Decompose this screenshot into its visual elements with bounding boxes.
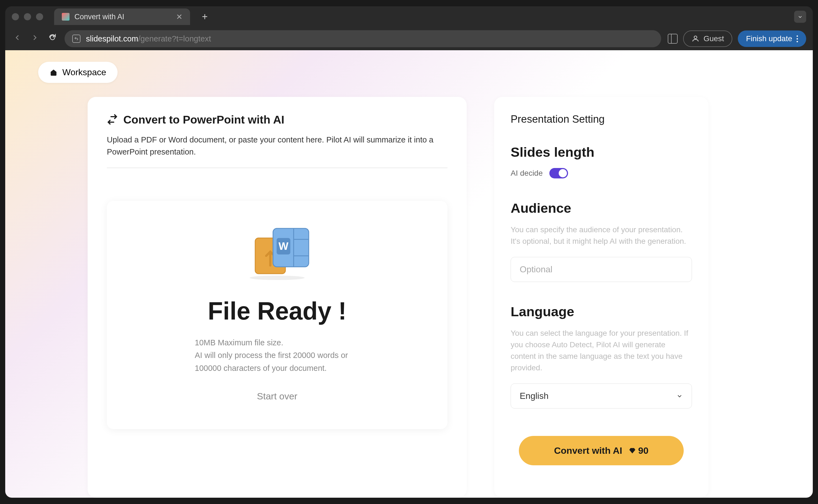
address-bar[interactable]: slidespilot.com/generate?t=longtext	[65, 30, 661, 47]
user-icon	[691, 35, 700, 43]
svg-point-0	[694, 36, 697, 39]
profile-button[interactable]: Guest	[683, 30, 732, 47]
audience-input[interactable]	[511, 257, 692, 282]
language-value: English	[520, 391, 549, 401]
settings-title: Presentation Setting	[511, 113, 692, 125]
svg-point-8	[250, 276, 304, 280]
workspace-button[interactable]: Workspace	[38, 62, 118, 83]
close-tab-icon[interactable]: ✕	[176, 12, 182, 21]
file-icon: W	[134, 223, 420, 283]
page-content: Workspace Convert to PowerPoint with AI …	[5, 50, 813, 498]
svg-text:W: W	[278, 240, 288, 252]
diamond-icon	[629, 447, 636, 454]
toolbar-right: Guest Finish update	[668, 30, 806, 47]
convert-icon	[107, 114, 118, 126]
back-button[interactable]	[12, 33, 23, 44]
audience-description: You can specify the audience of your pre…	[511, 224, 692, 247]
side-panel-icon[interactable]	[668, 34, 678, 44]
finish-update-button[interactable]: Finish update	[738, 30, 806, 47]
panel-title: Convert to PowerPoint with AI	[123, 113, 284, 126]
favicon-icon	[62, 13, 69, 21]
arrow-right-icon	[30, 33, 39, 42]
tab-title: Convert with AI	[74, 13, 124, 21]
minimize-window-button[interactable]	[24, 13, 31, 20]
audience-title: Audience	[511, 200, 692, 216]
upload-card: W File Ready ! 10MB Maximum file size. A…	[107, 201, 448, 429]
maximize-window-button[interactable]	[36, 13, 43, 20]
chevron-down-icon	[797, 14, 803, 19]
convert-button-label: Convert with AI	[554, 445, 622, 456]
traffic-lights	[12, 13, 43, 20]
close-window-button[interactable]	[12, 13, 19, 20]
url-text: slidespilot.com/generate?t=longtext	[86, 34, 211, 43]
panel-description: Upload a PDF or Word document, or paste …	[107, 134, 448, 168]
new-tab-button[interactable]: +	[199, 11, 210, 23]
language-description: You can select the language for your pre…	[511, 327, 692, 374]
browser-toolbar: slidespilot.com/generate?t=longtext Gues…	[5, 27, 813, 50]
finish-update-label: Finish update	[746, 34, 792, 43]
home-icon	[50, 69, 57, 76]
panel-header: Convert to PowerPoint with AI	[107, 113, 448, 126]
ai-decide-label: AI decide	[511, 169, 543, 178]
guest-label: Guest	[704, 34, 724, 43]
ai-decide-toggle[interactable]	[549, 168, 568, 178]
reload-button[interactable]	[47, 33, 58, 44]
language-title: Language	[511, 304, 692, 319]
browser-tab[interactable]: Convert with AI ✕	[54, 9, 190, 25]
workspace-label: Workspace	[62, 67, 106, 77]
file-note: 10MB Maximum file size. AI will only pro…	[195, 336, 359, 374]
more-icon	[797, 35, 798, 42]
main-wrapper: Convert to PowerPoint with AI Upload a P…	[88, 97, 730, 498]
start-over-button[interactable]: Start over	[257, 391, 297, 402]
site-info-icon[interactable]	[72, 35, 80, 43]
credits-badge: 90	[629, 445, 649, 456]
tab-strip: Convert with AI ✕ +	[54, 9, 210, 25]
language-select[interactable]: English	[511, 383, 692, 408]
convert-button[interactable]: Convert with AI 90	[519, 436, 684, 465]
browser-window: Convert with AI ✕ + slidespilot.com/gene	[5, 6, 813, 498]
titlebar: Convert with AI ✕ +	[5, 6, 813, 27]
chevron-down-icon	[676, 393, 683, 399]
forward-button[interactable]	[29, 33, 40, 44]
ai-decide-row: AI decide	[511, 168, 692, 178]
settings-panel: Presentation Setting Slides length AI de…	[494, 97, 708, 498]
file-ready-title: File Ready !	[134, 297, 420, 325]
arrow-left-icon	[13, 33, 22, 42]
convert-panel: Convert to PowerPoint with AI Upload a P…	[88, 97, 467, 498]
tabs-overflow-button[interactable]	[794, 11, 806, 23]
reload-icon	[48, 33, 57, 42]
slides-length-title: Slides length	[511, 144, 692, 160]
